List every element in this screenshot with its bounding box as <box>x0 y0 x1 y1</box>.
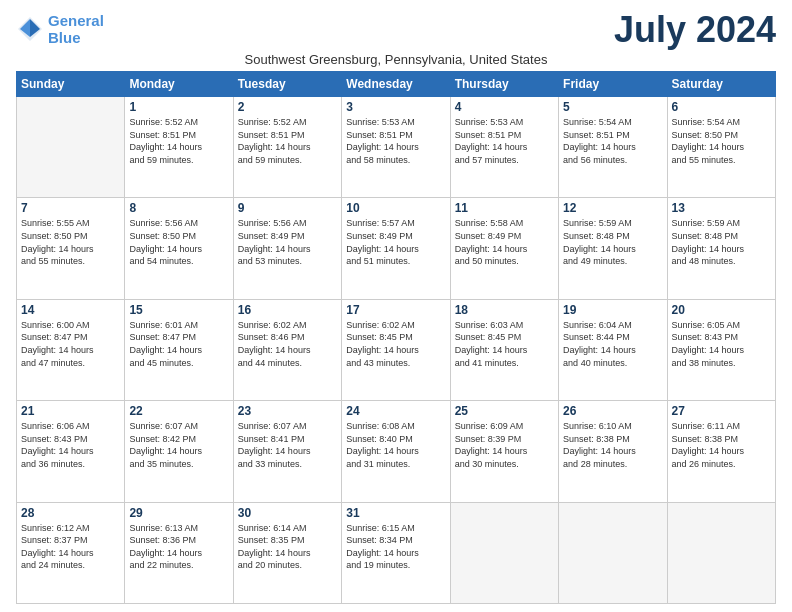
calendar-header-monday: Monday <box>125 72 233 97</box>
day-info: Sunrise: 6:02 AM Sunset: 8:46 PM Dayligh… <box>238 319 337 369</box>
day-info: Sunrise: 6:14 AM Sunset: 8:35 PM Dayligh… <box>238 522 337 572</box>
day-number: 2 <box>238 100 337 114</box>
day-info: Sunrise: 5:52 AM Sunset: 8:51 PM Dayligh… <box>238 116 337 166</box>
calendar-week-row: 7Sunrise: 5:55 AM Sunset: 8:50 PM Daylig… <box>17 198 776 299</box>
day-number: 18 <box>455 303 554 317</box>
location: Southwest Greensburg, Pennsylvania, Unit… <box>16 52 776 67</box>
logo-general: General <box>48 12 104 29</box>
day-info: Sunrise: 5:54 AM Sunset: 8:51 PM Dayligh… <box>563 116 662 166</box>
day-info: Sunrise: 5:52 AM Sunset: 8:51 PM Dayligh… <box>129 116 228 166</box>
day-info: Sunrise: 5:55 AM Sunset: 8:50 PM Dayligh… <box>21 217 120 267</box>
calendar-cell <box>559 502 667 603</box>
calendar-header-saturday: Saturday <box>667 72 775 97</box>
calendar-cell: 27Sunrise: 6:11 AM Sunset: 8:38 PM Dayli… <box>667 401 775 502</box>
header: General Blue July 2024 <box>16 12 776 48</box>
calendar-cell <box>667 502 775 603</box>
day-number: 23 <box>238 404 337 418</box>
page: General Blue July 2024 Southwest Greensb… <box>0 0 792 612</box>
day-info: Sunrise: 5:53 AM Sunset: 8:51 PM Dayligh… <box>346 116 445 166</box>
calendar-cell: 17Sunrise: 6:02 AM Sunset: 8:45 PM Dayli… <box>342 299 450 400</box>
day-info: Sunrise: 5:59 AM Sunset: 8:48 PM Dayligh… <box>672 217 771 267</box>
calendar-header-sunday: Sunday <box>17 72 125 97</box>
day-info: Sunrise: 6:03 AM Sunset: 8:45 PM Dayligh… <box>455 319 554 369</box>
day-number: 28 <box>21 506 120 520</box>
calendar-cell: 12Sunrise: 5:59 AM Sunset: 8:48 PM Dayli… <box>559 198 667 299</box>
day-number: 7 <box>21 201 120 215</box>
day-number: 25 <box>455 404 554 418</box>
day-number: 13 <box>672 201 771 215</box>
calendar-cell: 21Sunrise: 6:06 AM Sunset: 8:43 PM Dayli… <box>17 401 125 502</box>
day-info: Sunrise: 6:09 AM Sunset: 8:39 PM Dayligh… <box>455 420 554 470</box>
month-title: July 2024 <box>614 12 776 48</box>
logo-icon <box>16 15 44 43</box>
day-number: 19 <box>563 303 662 317</box>
day-number: 12 <box>563 201 662 215</box>
day-number: 10 <box>346 201 445 215</box>
calendar-cell: 5Sunrise: 5:54 AM Sunset: 8:51 PM Daylig… <box>559 97 667 198</box>
day-number: 22 <box>129 404 228 418</box>
logo-text: General Blue <box>48 12 104 47</box>
day-info: Sunrise: 6:07 AM Sunset: 8:41 PM Dayligh… <box>238 420 337 470</box>
calendar-cell: 29Sunrise: 6:13 AM Sunset: 8:36 PM Dayli… <box>125 502 233 603</box>
day-info: Sunrise: 6:10 AM Sunset: 8:38 PM Dayligh… <box>563 420 662 470</box>
day-number: 11 <box>455 201 554 215</box>
calendar-cell: 31Sunrise: 6:15 AM Sunset: 8:34 PM Dayli… <box>342 502 450 603</box>
day-info: Sunrise: 5:54 AM Sunset: 8:50 PM Dayligh… <box>672 116 771 166</box>
calendar-cell <box>17 97 125 198</box>
day-number: 17 <box>346 303 445 317</box>
day-number: 16 <box>238 303 337 317</box>
calendar-cell: 7Sunrise: 5:55 AM Sunset: 8:50 PM Daylig… <box>17 198 125 299</box>
day-info: Sunrise: 5:56 AM Sunset: 8:50 PM Dayligh… <box>129 217 228 267</box>
calendar-cell: 1Sunrise: 5:52 AM Sunset: 8:51 PM Daylig… <box>125 97 233 198</box>
calendar-cell: 22Sunrise: 6:07 AM Sunset: 8:42 PM Dayli… <box>125 401 233 502</box>
calendar-cell: 11Sunrise: 5:58 AM Sunset: 8:49 PM Dayli… <box>450 198 558 299</box>
day-number: 1 <box>129 100 228 114</box>
day-info: Sunrise: 6:15 AM Sunset: 8:34 PM Dayligh… <box>346 522 445 572</box>
day-number: 14 <box>21 303 120 317</box>
day-info: Sunrise: 6:06 AM Sunset: 8:43 PM Dayligh… <box>21 420 120 470</box>
logo-blue: Blue <box>48 29 81 46</box>
calendar-cell: 8Sunrise: 5:56 AM Sunset: 8:50 PM Daylig… <box>125 198 233 299</box>
day-number: 6 <box>672 100 771 114</box>
day-number: 5 <box>563 100 662 114</box>
day-info: Sunrise: 5:58 AM Sunset: 8:49 PM Dayligh… <box>455 217 554 267</box>
day-number: 8 <box>129 201 228 215</box>
day-number: 29 <box>129 506 228 520</box>
logo: General Blue <box>16 12 104 47</box>
day-info: Sunrise: 5:57 AM Sunset: 8:49 PM Dayligh… <box>346 217 445 267</box>
calendar-cell: 3Sunrise: 5:53 AM Sunset: 8:51 PM Daylig… <box>342 97 450 198</box>
calendar-cell: 14Sunrise: 6:00 AM Sunset: 8:47 PM Dayli… <box>17 299 125 400</box>
calendar-cell: 20Sunrise: 6:05 AM Sunset: 8:43 PM Dayli… <box>667 299 775 400</box>
calendar-cell: 18Sunrise: 6:03 AM Sunset: 8:45 PM Dayli… <box>450 299 558 400</box>
day-info: Sunrise: 6:07 AM Sunset: 8:42 PM Dayligh… <box>129 420 228 470</box>
day-info: Sunrise: 6:08 AM Sunset: 8:40 PM Dayligh… <box>346 420 445 470</box>
calendar-week-row: 14Sunrise: 6:00 AM Sunset: 8:47 PM Dayli… <box>17 299 776 400</box>
day-number: 21 <box>21 404 120 418</box>
day-number: 20 <box>672 303 771 317</box>
day-info: Sunrise: 5:59 AM Sunset: 8:48 PM Dayligh… <box>563 217 662 267</box>
day-info: Sunrise: 6:11 AM Sunset: 8:38 PM Dayligh… <box>672 420 771 470</box>
calendar-header-wednesday: Wednesday <box>342 72 450 97</box>
title-area: July 2024 <box>614 12 776 48</box>
calendar-header-row: SundayMondayTuesdayWednesdayThursdayFrid… <box>17 72 776 97</box>
day-number: 24 <box>346 404 445 418</box>
calendar-cell: 30Sunrise: 6:14 AM Sunset: 8:35 PM Dayli… <box>233 502 341 603</box>
day-info: Sunrise: 5:56 AM Sunset: 8:49 PM Dayligh… <box>238 217 337 267</box>
calendar-cell: 19Sunrise: 6:04 AM Sunset: 8:44 PM Dayli… <box>559 299 667 400</box>
calendar-cell <box>450 502 558 603</box>
calendar-cell: 25Sunrise: 6:09 AM Sunset: 8:39 PM Dayli… <box>450 401 558 502</box>
calendar-cell: 28Sunrise: 6:12 AM Sunset: 8:37 PM Dayli… <box>17 502 125 603</box>
day-number: 31 <box>346 506 445 520</box>
calendar-week-row: 1Sunrise: 5:52 AM Sunset: 8:51 PM Daylig… <box>17 97 776 198</box>
calendar-cell: 9Sunrise: 5:56 AM Sunset: 8:49 PM Daylig… <box>233 198 341 299</box>
day-number: 4 <box>455 100 554 114</box>
calendar-header-friday: Friday <box>559 72 667 97</box>
calendar: SundayMondayTuesdayWednesdayThursdayFrid… <box>16 71 776 604</box>
calendar-cell: 13Sunrise: 5:59 AM Sunset: 8:48 PM Dayli… <box>667 198 775 299</box>
calendar-cell: 6Sunrise: 5:54 AM Sunset: 8:50 PM Daylig… <box>667 97 775 198</box>
day-info: Sunrise: 6:13 AM Sunset: 8:36 PM Dayligh… <box>129 522 228 572</box>
day-number: 27 <box>672 404 771 418</box>
calendar-cell: 4Sunrise: 5:53 AM Sunset: 8:51 PM Daylig… <box>450 97 558 198</box>
calendar-week-row: 21Sunrise: 6:06 AM Sunset: 8:43 PM Dayli… <box>17 401 776 502</box>
calendar-cell: 23Sunrise: 6:07 AM Sunset: 8:41 PM Dayli… <box>233 401 341 502</box>
